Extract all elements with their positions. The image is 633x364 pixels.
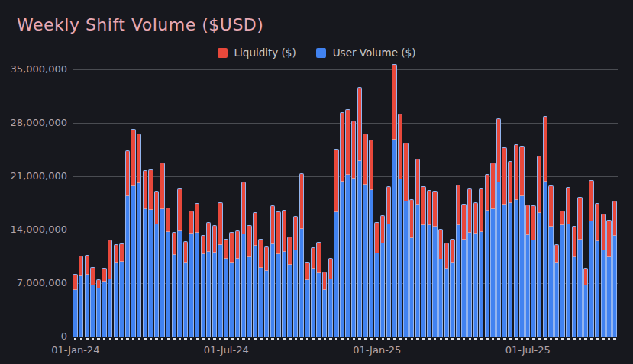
x-axis-tick-mark bbox=[295, 338, 298, 340]
bar-liquidity-segment bbox=[421, 187, 425, 225]
bar-liquidity-segment bbox=[567, 188, 570, 224]
bar-week-65 bbox=[444, 243, 449, 337]
bar-week-90 bbox=[589, 180, 593, 337]
bar-week-33 bbox=[258, 239, 263, 337]
x-axis-tick-mark bbox=[451, 338, 454, 340]
bar-liquidity-segment bbox=[404, 143, 407, 201]
x-axis-tick-mark bbox=[173, 338, 176, 340]
bar-liquidity-segment bbox=[224, 240, 228, 259]
bar-liquidity-segment bbox=[131, 130, 134, 186]
bar-week-83 bbox=[548, 185, 553, 337]
bar-week-5 bbox=[96, 279, 101, 337]
x-axis-tick-mark bbox=[329, 338, 332, 340]
x-axis-tick-mark bbox=[97, 338, 100, 340]
bar-liquidity-segment bbox=[346, 110, 349, 175]
bar-liquidity-segment bbox=[480, 189, 483, 232]
x-axis-tick-mark bbox=[132, 338, 135, 340]
bar-week-86 bbox=[566, 187, 570, 337]
bar-liquidity-segment bbox=[457, 185, 460, 225]
bar-week-60 bbox=[415, 159, 420, 337]
bar-week-50 bbox=[357, 87, 362, 337]
bar-liquidity-segment bbox=[578, 198, 581, 240]
bar-week-1 bbox=[73, 274, 77, 337]
bar-week-54 bbox=[380, 215, 385, 337]
bar-liquidity-segment bbox=[468, 189, 471, 233]
bar-liquidity-segment bbox=[178, 189, 181, 231]
bar-week-32 bbox=[253, 212, 257, 337]
x-axis-tick-mark bbox=[347, 338, 350, 340]
bar-week-51 bbox=[363, 134, 367, 337]
x-axis-tick-mark bbox=[608, 338, 611, 340]
bar-liquidity-segment bbox=[573, 227, 576, 257]
x-axis-tick-mark bbox=[480, 338, 483, 340]
bar-week-18 bbox=[172, 232, 176, 337]
bar-liquidity-segment bbox=[520, 147, 523, 196]
x-axis-tick-mark bbox=[422, 338, 425, 340]
x-axis-tick-mark bbox=[208, 338, 211, 340]
x-axis-tick-mark bbox=[555, 338, 558, 340]
x-axis-tick-mark bbox=[463, 338, 466, 340]
bar-week-25 bbox=[212, 225, 217, 337]
bar-liquidity-segment bbox=[589, 181, 593, 221]
x-axis-tick-mark bbox=[382, 338, 385, 340]
bar-week-47 bbox=[340, 112, 344, 337]
bar-week-10 bbox=[125, 150, 130, 337]
x-axis-tick-mark bbox=[526, 338, 529, 340]
bar-week-59 bbox=[409, 199, 414, 337]
y-axis-tick-label: 35,000,000 bbox=[0, 63, 67, 76]
bar-liquidity-segment bbox=[549, 186, 552, 227]
x-axis-tick-mark bbox=[532, 338, 535, 340]
bar-week-68 bbox=[461, 204, 466, 337]
bar-liquidity-segment bbox=[126, 151, 129, 196]
x-axis-tick-mark bbox=[184, 338, 187, 340]
bar-liquidity-segment bbox=[515, 145, 518, 200]
bar-liquidity-segment bbox=[387, 187, 390, 224]
bar-liquidity-segment bbox=[202, 236, 205, 254]
chart-title: Weekly Shift Volume ($USD) bbox=[17, 15, 263, 34]
bar-week-31 bbox=[247, 225, 251, 337]
x-axis-tick-mark bbox=[393, 338, 396, 340]
bar-week-42 bbox=[311, 247, 315, 337]
bar-liquidity-segment bbox=[236, 231, 239, 259]
bar-week-45 bbox=[328, 258, 333, 337]
bar-week-58 bbox=[403, 143, 408, 337]
bar-week-4 bbox=[90, 267, 95, 337]
bar-liquidity-segment bbox=[486, 175, 489, 211]
x-axis-tick-mark bbox=[440, 338, 443, 340]
x-axis-tick-mark bbox=[399, 338, 402, 340]
x-axis-tick-mark bbox=[370, 338, 373, 340]
bar-liquidity-segment bbox=[144, 171, 147, 209]
x-axis-tick-mark bbox=[457, 338, 460, 340]
bar-liquidity-segment bbox=[149, 170, 152, 210]
bar-liquidity-segment bbox=[555, 245, 558, 263]
bar-liquidity-segment bbox=[230, 233, 233, 263]
bar-liquidity-segment bbox=[363, 134, 367, 185]
x-axis-tick-mark bbox=[109, 338, 112, 340]
bar-week-2 bbox=[79, 256, 83, 337]
bar-liquidity-segment bbox=[207, 223, 210, 252]
bar-week-26 bbox=[218, 202, 222, 337]
bar-week-72 bbox=[485, 174, 489, 337]
x-axis-tick-mark bbox=[445, 338, 448, 340]
x-axis-tick-mark bbox=[155, 338, 158, 340]
x-axis-tick-mark bbox=[341, 338, 344, 340]
bar-liquidity-segment bbox=[433, 192, 436, 227]
bar-week-91 bbox=[595, 203, 599, 337]
x-axis-tick-mark bbox=[596, 338, 599, 340]
bar-liquidity-segment bbox=[399, 114, 402, 179]
x-axis-tick-mark bbox=[364, 338, 367, 340]
x-axis-tick-mark bbox=[318, 338, 321, 340]
x-axis-tick-mark bbox=[126, 338, 129, 340]
bar-week-71 bbox=[479, 188, 483, 337]
x-axis-tick-mark bbox=[486, 338, 489, 340]
x-axis-tick-mark bbox=[196, 338, 199, 340]
legend-item-user-volume[interactable]: User Volume ($) bbox=[316, 47, 416, 59]
gridline bbox=[73, 69, 618, 70]
bar-liquidity-segment bbox=[613, 201, 616, 236]
x-axis-tick-mark bbox=[324, 338, 327, 340]
bar-week-30 bbox=[241, 182, 246, 337]
legend-item-liquidity[interactable]: Liquidity ($) bbox=[218, 47, 296, 59]
bar-liquidity-segment bbox=[247, 226, 250, 257]
x-axis-tick-mark bbox=[538, 338, 541, 340]
x-axis-tick-mark bbox=[277, 338, 280, 340]
